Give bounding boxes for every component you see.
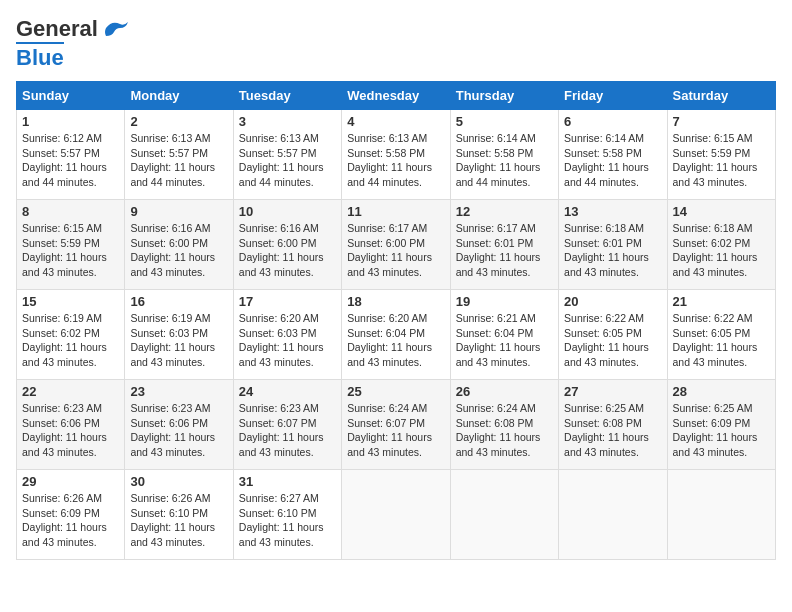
day-number: 13 [564, 204, 661, 219]
calendar-cell: 18 Sunrise: 6:20 AM Sunset: 6:04 PM Dayl… [342, 290, 450, 380]
cell-info: Sunrise: 6:23 AM Sunset: 6:06 PM Dayligh… [22, 401, 119, 460]
day-number: 12 [456, 204, 553, 219]
col-header-monday: Monday [125, 82, 233, 110]
cell-info: Sunrise: 6:19 AM Sunset: 6:02 PM Dayligh… [22, 311, 119, 370]
calendar-cell [559, 470, 667, 560]
day-number: 14 [673, 204, 770, 219]
header: General Blue [16, 16, 776, 71]
cell-info: Sunrise: 6:17 AM Sunset: 6:01 PM Dayligh… [456, 221, 553, 280]
day-number: 30 [130, 474, 227, 489]
cell-info: Sunrise: 6:14 AM Sunset: 5:58 PM Dayligh… [564, 131, 661, 190]
calendar-cell: 9 Sunrise: 6:16 AM Sunset: 6:00 PM Dayli… [125, 200, 233, 290]
cell-info: Sunrise: 6:23 AM Sunset: 6:07 PM Dayligh… [239, 401, 336, 460]
cell-info: Sunrise: 6:16 AM Sunset: 6:00 PM Dayligh… [239, 221, 336, 280]
cell-info: Sunrise: 6:15 AM Sunset: 5:59 PM Dayligh… [673, 131, 770, 190]
calendar-week-1: 1 Sunrise: 6:12 AM Sunset: 5:57 PM Dayli… [17, 110, 776, 200]
cell-info: Sunrise: 6:13 AM Sunset: 5:57 PM Dayligh… [130, 131, 227, 190]
day-number: 26 [456, 384, 553, 399]
calendar-cell: 11 Sunrise: 6:17 AM Sunset: 6:00 PM Dayl… [342, 200, 450, 290]
calendar-cell: 17 Sunrise: 6:20 AM Sunset: 6:03 PM Dayl… [233, 290, 341, 380]
day-number: 27 [564, 384, 661, 399]
cell-info: Sunrise: 6:25 AM Sunset: 6:08 PM Dayligh… [564, 401, 661, 460]
day-number: 23 [130, 384, 227, 399]
calendar-cell: 22 Sunrise: 6:23 AM Sunset: 6:06 PM Dayl… [17, 380, 125, 470]
logo-general: General [16, 16, 98, 42]
calendar-cell: 1 Sunrise: 6:12 AM Sunset: 5:57 PM Dayli… [17, 110, 125, 200]
day-number: 3 [239, 114, 336, 129]
day-number: 17 [239, 294, 336, 309]
cell-info: Sunrise: 6:26 AM Sunset: 6:10 PM Dayligh… [130, 491, 227, 550]
cell-info: Sunrise: 6:15 AM Sunset: 5:59 PM Dayligh… [22, 221, 119, 280]
cell-info: Sunrise: 6:18 AM Sunset: 6:02 PM Dayligh… [673, 221, 770, 280]
day-number: 5 [456, 114, 553, 129]
calendar-cell: 23 Sunrise: 6:23 AM Sunset: 6:06 PM Dayl… [125, 380, 233, 470]
calendar-cell [342, 470, 450, 560]
logo-blue: Blue [16, 42, 64, 71]
col-header-saturday: Saturday [667, 82, 775, 110]
cell-info: Sunrise: 6:21 AM Sunset: 6:04 PM Dayligh… [456, 311, 553, 370]
cell-info: Sunrise: 6:18 AM Sunset: 6:01 PM Dayligh… [564, 221, 661, 280]
cell-info: Sunrise: 6:22 AM Sunset: 6:05 PM Dayligh… [673, 311, 770, 370]
logo: General Blue [16, 16, 130, 71]
calendar-cell [667, 470, 775, 560]
day-number: 7 [673, 114, 770, 129]
calendar-cell: 20 Sunrise: 6:22 AM Sunset: 6:05 PM Dayl… [559, 290, 667, 380]
calendar-cell: 13 Sunrise: 6:18 AM Sunset: 6:01 PM Dayl… [559, 200, 667, 290]
cell-info: Sunrise: 6:13 AM Sunset: 5:57 PM Dayligh… [239, 131, 336, 190]
calendar-cell: 7 Sunrise: 6:15 AM Sunset: 5:59 PM Dayli… [667, 110, 775, 200]
cell-info: Sunrise: 6:17 AM Sunset: 6:00 PM Dayligh… [347, 221, 444, 280]
calendar-week-5: 29 Sunrise: 6:26 AM Sunset: 6:09 PM Dayl… [17, 470, 776, 560]
day-number: 22 [22, 384, 119, 399]
calendar-cell: 5 Sunrise: 6:14 AM Sunset: 5:58 PM Dayli… [450, 110, 558, 200]
calendar-cell: 2 Sunrise: 6:13 AM Sunset: 5:57 PM Dayli… [125, 110, 233, 200]
calendar-cell: 21 Sunrise: 6:22 AM Sunset: 6:05 PM Dayl… [667, 290, 775, 380]
calendar-cell: 12 Sunrise: 6:17 AM Sunset: 6:01 PM Dayl… [450, 200, 558, 290]
col-header-friday: Friday [559, 82, 667, 110]
cell-info: Sunrise: 6:16 AM Sunset: 6:00 PM Dayligh… [130, 221, 227, 280]
calendar-cell: 16 Sunrise: 6:19 AM Sunset: 6:03 PM Dayl… [125, 290, 233, 380]
day-number: 19 [456, 294, 553, 309]
calendar-header: SundayMondayTuesdayWednesdayThursdayFrid… [17, 82, 776, 110]
cell-info: Sunrise: 6:12 AM Sunset: 5:57 PM Dayligh… [22, 131, 119, 190]
day-number: 18 [347, 294, 444, 309]
cell-info: Sunrise: 6:27 AM Sunset: 6:10 PM Dayligh… [239, 491, 336, 550]
day-number: 10 [239, 204, 336, 219]
cell-info: Sunrise: 6:24 AM Sunset: 6:07 PM Dayligh… [347, 401, 444, 460]
day-number: 9 [130, 204, 227, 219]
cell-info: Sunrise: 6:26 AM Sunset: 6:09 PM Dayligh… [22, 491, 119, 550]
calendar-week-2: 8 Sunrise: 6:15 AM Sunset: 5:59 PM Dayli… [17, 200, 776, 290]
calendar-week-4: 22 Sunrise: 6:23 AM Sunset: 6:06 PM Dayl… [17, 380, 776, 470]
cell-info: Sunrise: 6:20 AM Sunset: 6:03 PM Dayligh… [239, 311, 336, 370]
col-header-tuesday: Tuesday [233, 82, 341, 110]
calendar-cell: 30 Sunrise: 6:26 AM Sunset: 6:10 PM Dayl… [125, 470, 233, 560]
calendar-cell: 10 Sunrise: 6:16 AM Sunset: 6:00 PM Dayl… [233, 200, 341, 290]
cell-info: Sunrise: 6:14 AM Sunset: 5:58 PM Dayligh… [456, 131, 553, 190]
calendar-table: SundayMondayTuesdayWednesdayThursdayFrid… [16, 81, 776, 560]
col-header-sunday: Sunday [17, 82, 125, 110]
day-number: 16 [130, 294, 227, 309]
day-number: 8 [22, 204, 119, 219]
cell-info: Sunrise: 6:24 AM Sunset: 6:08 PM Dayligh… [456, 401, 553, 460]
day-number: 6 [564, 114, 661, 129]
calendar-cell: 14 Sunrise: 6:18 AM Sunset: 6:02 PM Dayl… [667, 200, 775, 290]
calendar-cell: 19 Sunrise: 6:21 AM Sunset: 6:04 PM Dayl… [450, 290, 558, 380]
day-number: 11 [347, 204, 444, 219]
col-header-thursday: Thursday [450, 82, 558, 110]
day-number: 15 [22, 294, 119, 309]
calendar-cell: 8 Sunrise: 6:15 AM Sunset: 5:59 PM Dayli… [17, 200, 125, 290]
calendar-cell: 24 Sunrise: 6:23 AM Sunset: 6:07 PM Dayl… [233, 380, 341, 470]
day-number: 2 [130, 114, 227, 129]
cell-info: Sunrise: 6:20 AM Sunset: 6:04 PM Dayligh… [347, 311, 444, 370]
calendar-cell: 6 Sunrise: 6:14 AM Sunset: 5:58 PM Dayli… [559, 110, 667, 200]
day-number: 4 [347, 114, 444, 129]
cell-info: Sunrise: 6:23 AM Sunset: 6:06 PM Dayligh… [130, 401, 227, 460]
day-number: 31 [239, 474, 336, 489]
calendar-cell: 15 Sunrise: 6:19 AM Sunset: 6:02 PM Dayl… [17, 290, 125, 380]
calendar-cell: 28 Sunrise: 6:25 AM Sunset: 6:09 PM Dayl… [667, 380, 775, 470]
logo-bird-icon [102, 18, 130, 40]
day-number: 20 [564, 294, 661, 309]
calendar-cell: 27 Sunrise: 6:25 AM Sunset: 6:08 PM Dayl… [559, 380, 667, 470]
cell-info: Sunrise: 6:13 AM Sunset: 5:58 PM Dayligh… [347, 131, 444, 190]
calendar-cell: 4 Sunrise: 6:13 AM Sunset: 5:58 PM Dayli… [342, 110, 450, 200]
cell-info: Sunrise: 6:22 AM Sunset: 6:05 PM Dayligh… [564, 311, 661, 370]
